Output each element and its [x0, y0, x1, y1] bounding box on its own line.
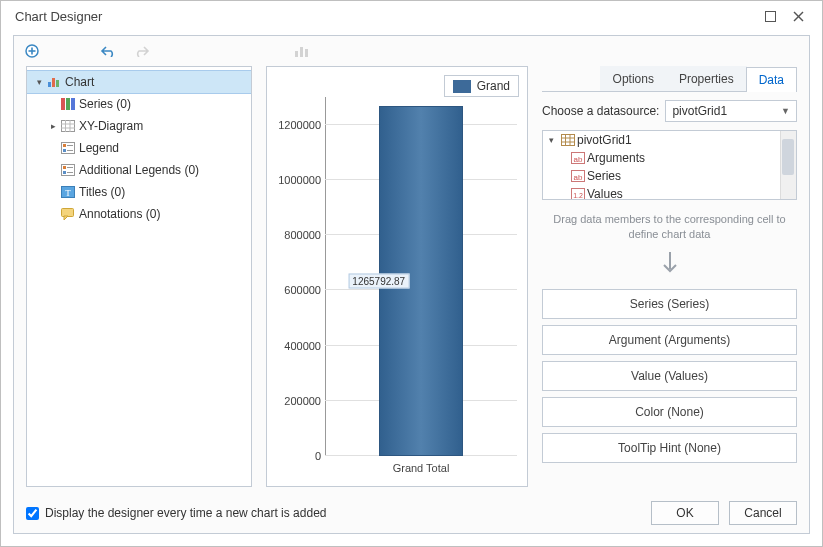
drop-cell[interactable]: ToolTip Hint (None) — [542, 433, 797, 463]
svg-text:T: T — [65, 188, 71, 198]
redo-button[interactable] — [132, 41, 152, 61]
legend-swatch — [453, 80, 471, 93]
tree-item-4[interactable]: Additional Legends (0) — [27, 159, 251, 181]
y-tick-label: 1200000 — [271, 119, 325, 131]
footer: Display the designer every time a new ch… — [14, 493, 809, 533]
y-tick-label: 400000 — [271, 340, 325, 352]
y-tick-label: 0 — [271, 450, 325, 462]
series-icon — [59, 98, 77, 110]
chevron-down-icon: ▼ — [781, 106, 790, 116]
svg-rect-11 — [56, 80, 59, 87]
ok-button[interactable]: OK — [651, 501, 719, 525]
svg-rect-7 — [300, 47, 303, 57]
tree-item-5[interactable]: TTitles (0) — [27, 181, 251, 203]
svg-rect-10 — [52, 78, 55, 87]
svg-rect-26 — [63, 166, 66, 169]
x-category-label: Grand Total — [325, 456, 517, 474]
y-tick-label: 1000000 — [271, 174, 325, 186]
drop-cell[interactable]: Series (Series) — [542, 289, 797, 319]
drop-cell[interactable]: Color (None) — [542, 397, 797, 427]
cancel-button[interactable]: Cancel — [729, 501, 797, 525]
arrow-down-icon — [542, 251, 797, 281]
svg-rect-34 — [562, 135, 575, 146]
checkbox-label: Display the designer every time a new ch… — [45, 506, 326, 520]
legend-label: Grand — [477, 79, 510, 93]
chart-designer-window: Chart Designer ▾ChartSer — [0, 0, 823, 547]
content-area: ▾ChartSeries (0)▸XY-DiagramLegendAdditio… — [13, 35, 810, 534]
svg-marker-33 — [64, 216, 68, 220]
tab-data[interactable]: Data — [746, 67, 797, 92]
svg-rect-15 — [62, 121, 75, 132]
chart-preview: Grand 0200000400000600000800000100000012… — [266, 66, 528, 487]
svg-rect-6 — [295, 51, 298, 57]
svg-rect-27 — [63, 171, 66, 174]
chart-icon — [45, 76, 63, 88]
drop-cell[interactable]: Argument (Arguments) — [542, 325, 797, 355]
tree-item-0[interactable]: ▾Chart — [27, 71, 251, 93]
legend-icon — [59, 142, 77, 154]
svg-rect-8 — [305, 49, 308, 57]
title-icon: T — [59, 186, 77, 198]
svg-rect-32 — [62, 209, 74, 217]
svg-rect-21 — [63, 144, 66, 147]
right-panel: OptionsPropertiesData Choose a datasourc… — [542, 66, 797, 487]
ab-icon: ab — [569, 152, 587, 164]
ds-child[interactable]: abSeries — [543, 167, 796, 185]
num-icon: 1.2 — [569, 188, 587, 200]
svg-rect-0 — [765, 11, 775, 21]
y-axis — [325, 97, 326, 456]
table-icon — [559, 134, 577, 146]
tree-item-1[interactable]: Series (0) — [27, 93, 251, 115]
svg-text:ab: ab — [574, 155, 583, 164]
window-title: Chart Designer — [15, 9, 756, 24]
close-button[interactable] — [784, 6, 812, 26]
scroll-thumb[interactable] — [782, 139, 794, 175]
drop-cells: Series (Series)Argument (Arguments)Value… — [542, 289, 797, 463]
toolbar — [14, 36, 809, 66]
checkbox-input[interactable] — [26, 507, 39, 520]
tab-options[interactable]: Options — [600, 66, 667, 91]
drop-cell[interactable]: Value (Values) — [542, 361, 797, 391]
ds-root-label: pivotGrid1 — [577, 133, 632, 147]
tab-properties[interactable]: Properties — [666, 66, 747, 91]
main-area: ▾ChartSeries (0)▸XY-DiagramLegendAdditio… — [14, 66, 809, 493]
legend: Grand — [444, 75, 519, 97]
legend-icon — [59, 164, 77, 176]
ds-child[interactable]: abArguments — [543, 149, 796, 167]
grid-icon — [59, 120, 77, 132]
ab-icon: ab — [569, 170, 587, 182]
value-label: 1265792.87 — [348, 274, 409, 289]
tree-item-2[interactable]: ▸XY-Diagram — [27, 115, 251, 137]
add-button[interactable] — [22, 41, 42, 61]
chart-structure-tree[interactable]: ▾ChartSeries (0)▸XY-DiagramLegendAdditio… — [26, 66, 252, 487]
y-tick-label: 200000 — [271, 395, 325, 407]
svg-text:ab: ab — [574, 173, 583, 182]
datasource-tree[interactable]: ▾ pivotGrid1 abArgumentsabSeries1.2Value… — [542, 130, 797, 200]
datasource-value: pivotGrid1 — [672, 104, 727, 118]
tree-item-3[interactable]: Legend — [27, 137, 251, 159]
svg-rect-22 — [63, 149, 66, 152]
y-tick-label: 800000 — [271, 229, 325, 241]
svg-rect-14 — [71, 98, 75, 110]
svg-rect-9 — [48, 82, 51, 87]
tab-bar: OptionsPropertiesData — [542, 66, 797, 92]
maximize-button[interactable] — [756, 6, 784, 26]
scrollbar[interactable] — [780, 131, 796, 199]
chart-template-button[interactable] — [292, 41, 312, 61]
display-designer-checkbox[interactable]: Display the designer every time a new ch… — [26, 506, 326, 520]
annotation-icon — [59, 208, 77, 220]
datasource-combo[interactable]: pivotGrid1 ▼ — [665, 100, 797, 122]
plot-area: 0200000400000600000800000100000012000001… — [325, 97, 517, 456]
svg-text:1.2: 1.2 — [573, 192, 583, 199]
datasource-label: Choose a datasource: — [542, 104, 659, 118]
tree-item-6[interactable]: Annotations (0) — [27, 203, 251, 225]
titlebar: Chart Designer — [1, 1, 822, 31]
svg-rect-12 — [61, 98, 65, 110]
undo-button[interactable] — [98, 41, 118, 61]
svg-rect-13 — [66, 98, 70, 110]
ds-child[interactable]: 1.2Values — [543, 185, 796, 200]
y-tick-label: 600000 — [271, 284, 325, 296]
data-hint: Drag data members to the corresponding c… — [542, 208, 797, 243]
